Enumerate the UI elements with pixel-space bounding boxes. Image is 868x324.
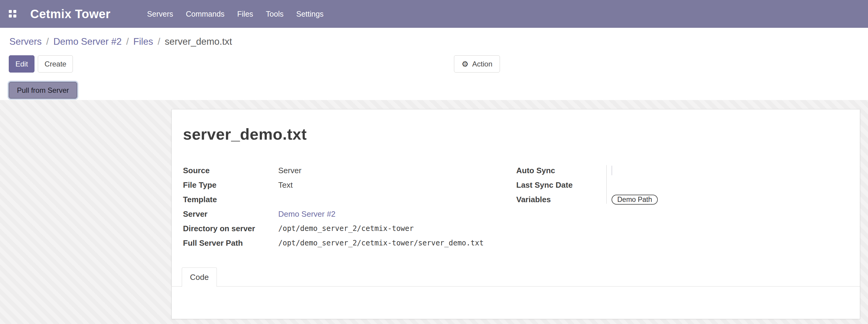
menu-settings[interactable]: Settings xyxy=(290,0,330,28)
apps-menu-square xyxy=(13,14,16,18)
breadcrumb-servers[interactable]: Servers xyxy=(9,36,42,47)
code-tab-content xyxy=(172,287,860,319)
notebook-tab-bar: Code xyxy=(172,267,860,287)
field-label: Server xyxy=(183,209,278,219)
record-title: server_demo.txt xyxy=(183,125,307,143)
field-value-source: Server xyxy=(278,166,302,175)
breadcrumb-separator: / xyxy=(46,36,49,47)
field-label: Variables xyxy=(516,195,612,204)
gear-icon: ⚙ xyxy=(462,60,468,68)
field-label: Auto Sync xyxy=(516,166,612,175)
auto-sync-checkbox xyxy=(612,166,612,175)
field-row-server: Server Demo Server #2 xyxy=(183,207,509,221)
app-brand-title[interactable]: Cetmix Tower xyxy=(30,7,111,21)
form-sheet: server_demo.txt Source Server File Type … xyxy=(172,109,860,319)
top-navbar: Cetmix Tower Servers Commands Files Tool… xyxy=(0,0,868,28)
form-statusbar: Pull from Server xyxy=(0,77,868,100)
tab-code[interactable]: Code xyxy=(182,267,217,287)
field-row-last-sync-date: Last Sync Date xyxy=(516,178,819,192)
field-label: Last Sync Date xyxy=(516,181,612,190)
field-row-full-path: Full Server Path /opt/demo_server_2/cetm… xyxy=(183,236,509,250)
field-label: Template xyxy=(183,195,278,204)
menu-commands[interactable]: Commands xyxy=(179,0,231,28)
field-row-variables: Variables Demo Path xyxy=(516,192,819,207)
breadcrumb-current-record: server_demo.txt xyxy=(165,36,232,47)
apps-menu-square xyxy=(9,14,12,18)
field-row-template: Template xyxy=(183,192,509,207)
field-row-source: Source Server xyxy=(183,163,509,178)
apps-menu-square xyxy=(9,10,12,13)
create-button[interactable]: Create xyxy=(38,55,73,72)
breadcrumb-files[interactable]: Files xyxy=(133,36,153,47)
form-view-background: server_demo.txt Source Server File Type … xyxy=(0,100,868,324)
field-value-file-type: Text xyxy=(278,181,293,190)
apps-menu-icon[interactable] xyxy=(9,10,17,18)
breadcrumb: Servers / Demo Server #2 / Files / serve… xyxy=(0,28,868,55)
field-row-file-type: File Type Text xyxy=(183,178,509,192)
breadcrumb-separator: / xyxy=(126,36,129,47)
field-label: Source xyxy=(183,166,278,175)
field-label: File Type xyxy=(183,181,278,190)
action-menu-button[interactable]: ⚙ Action xyxy=(454,55,500,72)
column-separator-line xyxy=(607,165,607,204)
form-control-row: Edit Create ⚙ Action xyxy=(0,55,868,77)
field-group-left: Source Server File Type Text Template Se… xyxy=(183,163,509,250)
top-menu: Servers Commands Files Tools Settings xyxy=(141,0,330,28)
breadcrumb-separator: / xyxy=(158,36,160,47)
field-value-full-path: /opt/demo_server_2/cetmix-tower/server_d… xyxy=(278,239,484,247)
field-label: Full Server Path xyxy=(183,238,278,248)
edit-button[interactable]: Edit xyxy=(9,55,34,72)
field-row-directory: Directory on server /opt/demo_server_2/c… xyxy=(183,221,509,236)
field-label: Directory on server xyxy=(183,224,278,233)
field-group-right: Auto Sync Last Sync Date Variables Demo … xyxy=(516,163,819,207)
field-value-server-link[interactable]: Demo Server #2 xyxy=(278,209,335,219)
action-menu-label: Action xyxy=(472,60,492,68)
field-row-auto-sync: Auto Sync xyxy=(516,163,819,178)
field-value-directory: /opt/demo_server_2/cetmix-tower xyxy=(278,224,414,233)
menu-files[interactable]: Files xyxy=(231,0,259,28)
pull-from-server-button[interactable]: Pull from Server xyxy=(9,82,77,99)
menu-servers[interactable]: Servers xyxy=(141,0,179,28)
menu-tools[interactable]: Tools xyxy=(259,0,290,28)
breadcrumb-demo-server[interactable]: Demo Server #2 xyxy=(53,36,122,47)
apps-menu-square xyxy=(13,10,16,13)
variable-tag: Demo Path xyxy=(612,195,658,205)
